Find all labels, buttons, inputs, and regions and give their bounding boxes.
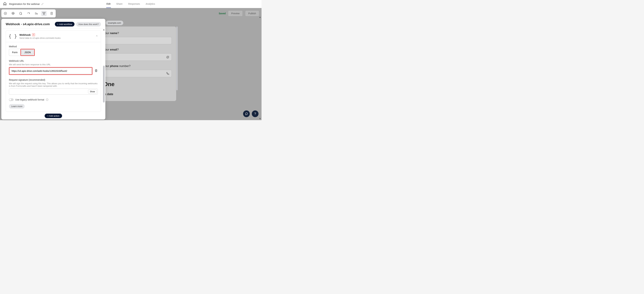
- method-form-button[interactable]: Form: [9, 49, 21, 56]
- saved-label: Saved: [219, 12, 226, 15]
- search-button[interactable]: [34, 11, 39, 16]
- json-highlight: JSON: [20, 49, 35, 56]
- integrations-popup: Webhook - s4.apix-drive.com +Add workflo…: [1, 19, 105, 120]
- error-badge-icon: !: [32, 33, 35, 36]
- delete-icon[interactable]: [94, 69, 98, 73]
- method-label: Method: [9, 45, 98, 48]
- help-fab[interactable]: ?: [252, 110, 258, 117]
- page-scroll-up[interactable]: [259, 16, 261, 18]
- editor-toolbar: [1, 10, 56, 18]
- status-bar: Saved Preview Publish: [219, 10, 259, 16]
- tab-analytics[interactable]: Analytics: [145, 0, 155, 8]
- legacy-label: Use legacy webhook format: [15, 98, 44, 101]
- how-does-this-work-button[interactable]: How does this work?: [76, 22, 101, 26]
- add-field-button[interactable]: [3, 11, 8, 16]
- workflow-header[interactable]: { } Webhook ! Send data to s3.apix-drive…: [6, 30, 101, 42]
- top-bar: Registration for the webinar Edit Share …: [0, 0, 262, 8]
- info-icon[interactable]: i: [46, 98, 48, 101]
- chat-fab[interactable]: [243, 110, 250, 117]
- phone-icon: [166, 72, 169, 75]
- tab-edit[interactable]: Edit: [106, 0, 111, 8]
- preview-button[interactable]: Preview: [228, 10, 243, 16]
- svg-point-1: [13, 13, 14, 14]
- add-workflow-button[interactable]: +Add workflow: [55, 22, 75, 26]
- theme-button[interactable]: [18, 11, 24, 16]
- method-json-button[interactable]: JSON: [21, 50, 34, 55]
- home-icon[interactable]: [3, 2, 7, 6]
- form-title[interactable]: Registration for the webinar: [9, 2, 44, 5]
- url-highlight: [9, 67, 92, 75]
- form-scrollbar[interactable]: [176, 26, 178, 90]
- workflow-description: Send data to s3.apix-drive.com/web-hooks: [20, 37, 61, 39]
- workflow-name: Webhook: [20, 34, 31, 36]
- integrations-button[interactable]: [41, 11, 47, 16]
- popup-title: Webhook - s4.apix-drive.com: [6, 22, 50, 26]
- tab-share[interactable]: Share: [116, 0, 123, 8]
- at-icon: @: [166, 56, 169, 59]
- edit-title-icon: [41, 3, 44, 5]
- form-title-text: Registration for the webinar: [9, 2, 40, 5]
- learn-more-button[interactable]: Learn more: [9, 104, 25, 108]
- popup-scrollbar[interactable]: [103, 29, 105, 120]
- webhook-url-sub: We will send the form response to this U…: [9, 63, 98, 66]
- publish-button[interactable]: Publish: [245, 10, 259, 16]
- notes-button[interactable]: [49, 11, 54, 16]
- workflow-card: { } Webhook ! Send data to s3.apix-drive…: [6, 30, 101, 112]
- signature-sub: We will sign the request using this key.…: [9, 82, 98, 87]
- header-tabs: Edit Share Responses Analytics: [106, 0, 156, 8]
- page-scroll-down[interactable]: [259, 118, 261, 120]
- settings-button[interactable]: [10, 11, 16, 16]
- share-button[interactable]: [26, 11, 31, 16]
- tab-responses[interactable]: Responses: [128, 0, 140, 8]
- braces-icon: { }: [8, 34, 17, 39]
- example-chip: example.com: [106, 21, 123, 25]
- add-action-button[interactable]: + Add action: [44, 114, 62, 118]
- signature-label: Request signature (recommended): [9, 78, 98, 81]
- legacy-toggle[interactable]: [9, 98, 14, 101]
- show-signature-button[interactable]: Show: [88, 90, 97, 94]
- signature-input[interactable]: [9, 88, 98, 95]
- chevron-up-icon: [96, 34, 98, 38]
- webhook-url-input[interactable]: [10, 68, 92, 74]
- webhook-url-label: Webhook URL: [9, 60, 98, 62]
